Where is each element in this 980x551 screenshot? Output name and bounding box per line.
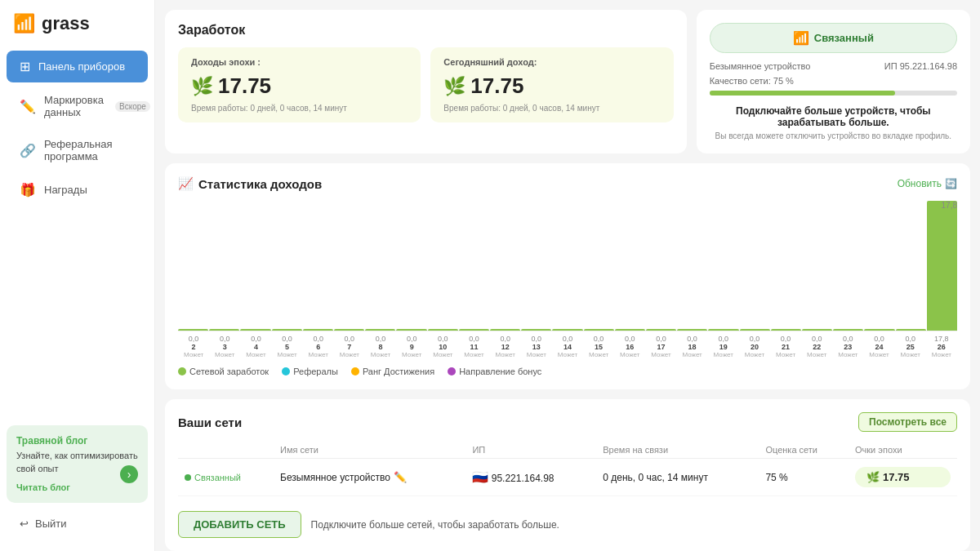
chart-label-day: 8 <box>365 343 396 351</box>
chart-bar <box>178 329 208 331</box>
chart-label-group: 0,023Может <box>832 335 863 358</box>
sidebar-item-referral-label: Реферальная программа <box>44 138 135 162</box>
chart-labels: 0,02Может0,03Может0,04Может0,05Может0,06… <box>178 335 957 358</box>
col-score: Оценка сети <box>759 442 849 459</box>
soon-badge: Вскоре <box>115 101 150 112</box>
chart-bar <box>396 329 426 331</box>
chart-label-group: 0,025Может <box>895 335 926 358</box>
top-row: Заработок Доходы эпохи : 🌿 17.75 Время р… <box>165 10 970 153</box>
legend-referral-label: Рефералы <box>293 367 338 376</box>
blog-link[interactable]: Читать блог <box>16 482 70 492</box>
row-status-label: Связанный <box>194 473 241 482</box>
chart-bar-group <box>615 201 645 331</box>
chart-label-day: 3 <box>209 343 240 351</box>
chart-label-val: 0,0 <box>458 335 489 343</box>
chart-label-sub: Может <box>770 351 801 358</box>
chart-bar <box>615 329 645 331</box>
legend-dot-network <box>178 367 186 375</box>
device-name-label: Безымянное устройство <box>710 61 811 71</box>
chart-label-day: 11 <box>458 343 489 351</box>
chart-label-val: 0,0 <box>708 335 739 343</box>
sidebar-item-dashboard[interactable]: ⊞ Панель приборов <box>7 51 148 82</box>
chart-bar <box>740 329 770 331</box>
chart-label-sub: Может <box>427 351 458 358</box>
chart-bar-group <box>521 201 551 331</box>
chart-label-day: 21 <box>770 343 801 351</box>
chart-label-val: 0,0 <box>614 335 645 343</box>
chart-label-day: 25 <box>895 343 926 351</box>
col-name: Имя сети <box>274 442 466 459</box>
chart-label-sub: Может <box>708 351 739 358</box>
stats-title: 📈 Статистика доходов <box>178 176 322 191</box>
chart-label-val: 0,0 <box>832 335 863 343</box>
chart-label-group: 0,08Может <box>365 335 396 358</box>
chart-label-val: 0,0 <box>677 335 708 343</box>
chart-label-day: 18 <box>677 343 708 351</box>
chart-label-sub: Может <box>552 351 583 358</box>
legend-bonus-label: Направление бонус <box>459 367 541 376</box>
logout-button[interactable]: ↩ Выйти <box>7 509 148 538</box>
chart-label-val: 0,0 <box>863 335 894 343</box>
refresh-button[interactable]: Обновить 🔄 <box>898 178 957 189</box>
add-network-button[interactable]: ДОБАВИТЬ СЕТЬ <box>178 511 301 538</box>
device-ip: ИП 95.221.164.98 <box>884 61 957 71</box>
grass-logo-icon: 📶 <box>13 13 35 34</box>
chart-bar-group <box>365 201 395 331</box>
row-uptime: 0 день, 0 час, 14 минут <box>596 459 759 496</box>
sidebar-item-data-labeling[interactable]: ✏️ Маркировка данных Вскоре <box>7 86 148 127</box>
chart-label-group: 0,010Может <box>427 335 458 358</box>
wifi-icon: 📶 <box>793 30 809 46</box>
device-card: 📶 Связанный Безымянное устройство ИП 95.… <box>697 10 970 153</box>
chart-label-group: 0,017Может <box>645 335 676 358</box>
sidebar-item-rewards[interactable]: 🎁 Награды <box>7 174 148 206</box>
chart-label-sub: Может <box>739 351 770 358</box>
chart-label-group: 0,05Может <box>271 335 302 358</box>
row-name: Безымянное устройство ✏️ <box>274 459 466 496</box>
main-content: Заработок Доходы эпохи : 🌿 17.75 Время р… <box>155 0 980 551</box>
chart-label-sub: Может <box>240 351 271 358</box>
sidebar: 📶 grass ⊞ Панель приборов ✏️ Маркировка … <box>0 0 155 551</box>
chart-label-val: 0,0 <box>583 335 614 343</box>
chart-label-day: 16 <box>614 343 645 351</box>
chart-label-day: 20 <box>739 343 770 351</box>
chart-label-sub: Может <box>895 351 926 358</box>
chart-bar-group <box>303 201 333 331</box>
chart-bar-group <box>833 201 863 331</box>
sidebar-item-referral[interactable]: 🔗 Реферальная программа <box>7 130 148 171</box>
epoch-label: Доходы эпохи : <box>191 57 408 67</box>
device-promo: Подключайте больше устройств, чтобы зара… <box>710 105 957 128</box>
chart-label-group: 0,09Может <box>396 335 427 358</box>
chart-label-sub: Может <box>614 351 645 358</box>
quality-row: Качество сети: 75 % <box>710 76 957 86</box>
chart-label-group: 0,016Может <box>614 335 645 358</box>
chart-bar-group <box>334 201 364 331</box>
chart-label-val: 0,0 <box>427 335 458 343</box>
legend-dot-bonus <box>448 367 456 375</box>
chart-bar-group <box>490 201 520 331</box>
chart-bar-group <box>584 201 614 331</box>
row-epoch: 🌿 17.75 <box>849 459 957 496</box>
networks-title: Ваши сети <box>178 415 242 429</box>
chart-label-day: 17 <box>645 343 676 351</box>
chart-bar <box>771 329 801 331</box>
view-all-button[interactable]: Посмотреть все <box>858 412 957 432</box>
chart-bar-group <box>708 201 738 331</box>
chart-label-day: 13 <box>521 343 552 351</box>
chart-label-group: 17,826Может <box>926 335 957 358</box>
legend-dot-rank <box>351 367 359 375</box>
edit-icon[interactable]: ✏️ <box>394 471 407 483</box>
chart-label-sub: Может <box>677 351 708 358</box>
chart-label-val: 0,0 <box>365 335 396 343</box>
connected-button[interactable]: 📶 Связанный <box>710 23 957 53</box>
row-ip-value: 95.221.164.98 <box>492 473 555 484</box>
chart-label-sub: Может <box>832 351 863 358</box>
chart-label-sub: Может <box>583 351 614 358</box>
chart-bars <box>178 201 957 331</box>
chart-label-group: 0,013Может <box>521 335 552 358</box>
blog-arrow-button[interactable]: › <box>120 465 138 483</box>
chart-label-val: 0,0 <box>396 335 427 343</box>
legend-network: Сетевой заработок <box>178 367 269 376</box>
epoch-icon: 🌿 <box>191 76 213 97</box>
legend-rank: Ранг Достижения <box>351 367 434 376</box>
chart-label-group: 0,04Может <box>240 335 271 358</box>
